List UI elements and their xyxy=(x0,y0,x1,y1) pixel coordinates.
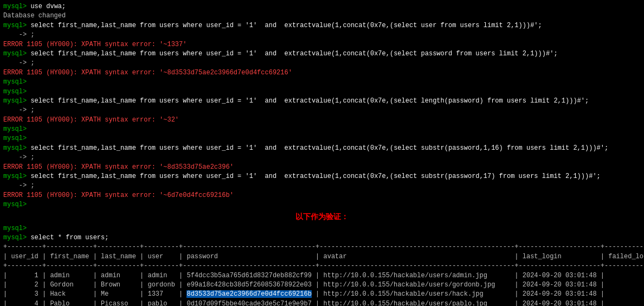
prompt: mysql> xyxy=(3,3,30,10)
line-q4: mysql> select first_name,last_name from … xyxy=(3,144,641,153)
line-q3-cont: -> ; xyxy=(3,106,641,115)
verification-section: mysql> mysql> select * from users; +----… xyxy=(3,224,641,306)
highlighted-hash: 8d3533d75ae2c3966d7e0d4fcc69216b xyxy=(186,290,311,298)
line-q2: mysql> select first_name,last_name from … xyxy=(3,49,641,59)
table-sep-mid: +---------+------------+-----------+----… xyxy=(3,262,641,271)
line-empty4: mysql> xyxy=(3,134,641,143)
line-err5: ERROR 1105 (HY000): XPATH syntax error: … xyxy=(3,191,641,200)
table-sep-top: +---------+------------+-----------+----… xyxy=(3,243,641,252)
line-q4-cont: -> ; xyxy=(3,153,641,162)
line-err4: ERROR 1105 (HY000): XPATH syntax error: … xyxy=(3,163,641,172)
line-q5-cont: -> ; xyxy=(3,181,641,190)
cmd: use dvwa; xyxy=(30,3,66,10)
line-empty5: mysql> xyxy=(3,200,641,209)
line-empty1: mysql> xyxy=(3,78,641,87)
line-q1-cont: -> ; xyxy=(3,30,641,40)
line-err2: ERROR 1105 (HY000): XPATH syntax error: … xyxy=(3,68,641,78)
line-q5: mysql> select first_name,last_name from … xyxy=(3,172,641,181)
line-q1: mysql> select first_name,last_name from … xyxy=(3,21,641,30)
line-v0: mysql> xyxy=(3,224,641,233)
section-header: 以下作为验证： xyxy=(3,210,641,224)
table-row-3: | 3 | Hack | Me | 1337 | 8d3533d75ae2c39… xyxy=(3,290,641,299)
top-section: mysql> use dvwa; Database changed mysql>… xyxy=(3,2,641,210)
line-select-users: mysql> select * from users; xyxy=(3,233,641,243)
line-err1: ERROR 1105 (HY000): XPATH syntax error: … xyxy=(3,40,641,49)
terminal: mysql> use dvwa; Database changed mysql>… xyxy=(0,0,644,306)
line-q2-cont: -> ; xyxy=(3,59,641,68)
line-empty2: mysql> xyxy=(3,87,641,97)
line-use-dvwa: mysql> use dvwa; xyxy=(3,2,641,11)
table-header-row: | user_id | first_name | last_name | use… xyxy=(3,252,641,262)
line-empty3: mysql> xyxy=(3,125,641,134)
table-row-2: | 2 | Gordon | Brown | gordonb | e99a18c… xyxy=(3,280,641,290)
table-row-4: | 4 | Pablo | Picasso | pablo | 0d107d09… xyxy=(3,299,641,306)
line-q3: mysql> select first_name,last_name from … xyxy=(3,97,641,106)
table-row-1: | 1 | admin | admin | admin | 5f4dcc3b5a… xyxy=(3,271,641,280)
line-err3: ERROR 1105 (HY000): XPATH syntax error: … xyxy=(3,116,641,125)
line-db-changed: Database changed xyxy=(3,11,641,21)
